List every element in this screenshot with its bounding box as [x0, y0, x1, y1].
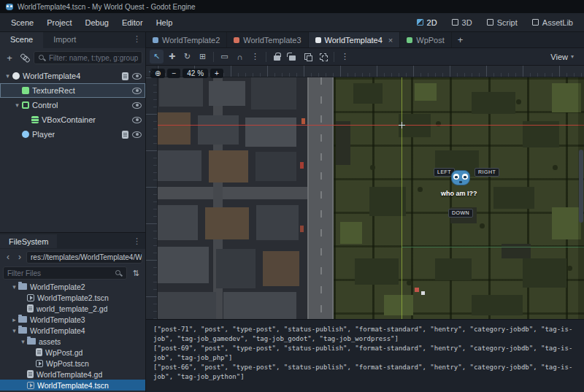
sort-files-icon[interactable]: ⇅ [129, 266, 142, 280]
viewport[interactable]: LEFT RIGHT who am I?? DOWN ⊹ ⊕ − 42 % + [146, 66, 584, 319]
map-block [256, 152, 296, 181]
zoom-out-button[interactable]: − [167, 69, 180, 78]
node-label: Control [32, 101, 58, 109]
scene-icon [27, 294, 34, 301]
file-worldtemplate3[interactable]: ▸WorldTemplate3 [0, 314, 145, 325]
map-block [223, 292, 296, 319]
filesystem-menu-icon[interactable]: ⋮ [128, 234, 145, 248]
file-label: WorldTemplate4.tscn [37, 381, 109, 390]
lock-object-icon[interactable] [270, 50, 284, 64]
workspace-3d[interactable]: 3D [445, 16, 479, 29]
select-tool-icon[interactable]: ↖ [150, 50, 164, 64]
ruler-tool-icon[interactable]: ▭ [218, 50, 231, 64]
menu-help[interactable]: Help [150, 16, 180, 29]
visibility-eye-icon[interactable] [132, 102, 142, 109]
filesystem-filter-input[interactable] [7, 269, 112, 277]
move-tool-icon[interactable]: ✚ [165, 50, 179, 64]
view-menu-button[interactable]: View ▾ [544, 51, 580, 63]
scene-filter-input[interactable] [49, 54, 138, 62]
instance-scene-button[interactable] [18, 51, 31, 64]
canvas-2d[interactable]: LEFT RIGHT who am I?? DOWN [158, 77, 584, 319]
scene-node-vboxcontainer[interactable]: VBoxContainer [0, 112, 145, 127]
snap-toggle-icon[interactable]: ∩ [233, 50, 247, 64]
new-scene-tab-button[interactable]: + [452, 32, 469, 47]
3d-icon [452, 19, 458, 26]
rotate-tool-icon[interactable]: ↻ [180, 50, 194, 64]
file-worldtemplate4[interactable]: ▾WorldTemplate4 [0, 325, 145, 336]
game-down-button[interactable]: DOWN [448, 209, 473, 218]
scene-tab-wppost[interactable]: WpPost [400, 32, 452, 47]
file-label: WpPost.tscn [46, 359, 89, 368]
godot-sprite[interactable] [451, 170, 470, 185]
menu-debug[interactable]: Debug [78, 16, 115, 29]
visibility-eye-icon[interactable] [132, 88, 142, 94]
menu-editor[interactable]: Editor [115, 16, 150, 29]
center-view-button[interactable]: ⊕ [150, 69, 165, 78]
history-back-icon[interactable]: ‹ [3, 252, 13, 262]
vbox-node-icon [31, 116, 39, 123]
visibility-eye-icon[interactable] [132, 73, 142, 80]
tab-scene[interactable]: Scene [0, 32, 43, 48]
scene-node-player[interactable]: Player [0, 127, 145, 142]
scene-tab-worldtemplate2[interactable]: WorldTemplate2 [146, 32, 227, 47]
workspace-label: 3D [462, 18, 472, 27]
file-label: WorldTemplate2.tscn [37, 293, 109, 302]
add-node-button[interactable]: + [3, 51, 16, 64]
dock-menu-icon[interactable]: ⋮ [128, 32, 145, 48]
file-worldtemplate2.tscn[interactable]: WorldTemplate2.tscn [0, 292, 145, 303]
expander-icon[interactable]: ▾ [10, 283, 18, 291]
file-worldtemplate4.tscn[interactable]: WorldTemplate4.tscn [0, 380, 145, 391]
main-area: WorldTemplate2WorldTemplate3WorldTemplat… [146, 32, 584, 392]
file-assets[interactable]: ▾assets [0, 336, 145, 347]
unlock-object-icon[interactable] [285, 50, 299, 64]
snap-options-menu-icon[interactable]: ⋮ [248, 50, 262, 64]
expander-icon[interactable]: ▸ [10, 316, 18, 323]
workspace-assetlib[interactable]: AssetLib [526, 16, 580, 29]
viewport-scrollbar[interactable] [578, 77, 584, 319]
group-object-icon[interactable] [301, 50, 315, 64]
tab-filesystem[interactable]: FileSystem [0, 234, 57, 248]
scene-node-worldtemplate4[interactable]: ▾WorldTemplate4 [0, 69, 145, 83]
ruler-vertical[interactable] [146, 77, 158, 319]
file-worldtemplate2[interactable]: ▾WorldTemplate2 [0, 281, 145, 292]
current-path-field[interactable]: res://templates/WorldTemplate4/Wo [26, 251, 142, 264]
workspace-2d[interactable]: 2D [410, 16, 444, 29]
file-wppost.gd[interactable]: WpPost.gd [0, 347, 145, 358]
file-wppost.tscn[interactable]: WpPost.tscn [0, 358, 145, 369]
workspace-script[interactable]: Script [480, 16, 524, 29]
scene-tab-worldtemplate3[interactable]: WorldTemplate3 [227, 32, 308, 47]
scene-node-control[interactable]: ▾Control [0, 98, 145, 112]
folder-icon [27, 338, 36, 345]
script-icon[interactable] [122, 131, 128, 139]
node-label: WorldTemplate4 [23, 72, 80, 80]
ungroup-object-icon[interactable] [316, 50, 330, 64]
scene-node-texturerect[interactable]: TextureRect [0, 83, 145, 98]
scrollbar-thumb[interactable] [579, 150, 583, 222]
scene-tab-worldtemplate4[interactable]: WorldTemplate4× [309, 32, 401, 47]
menu-project[interactable]: Project [40, 16, 78, 29]
history-forward-icon[interactable]: › [15, 252, 25, 262]
expander-icon[interactable]: ▾ [10, 327, 18, 334]
zoom-in-button[interactable]: + [210, 69, 223, 78]
file-worldtemplate4.gd[interactable]: WorldTemplate4.gd [0, 369, 145, 380]
map-block [263, 251, 299, 286]
visibility-eye-icon[interactable] [132, 131, 142, 138]
menu-scene[interactable]: Scene [4, 16, 40, 29]
title-bar: WorldTemplate4.tscn - My World Quest - G… [0, 0, 584, 13]
visibility-eye-icon[interactable] [132, 117, 142, 123]
skeleton-options-menu-icon[interactable]: ⋮ [338, 50, 352, 64]
file-world_template_2.gd[interactable]: world_template_2.gd [0, 303, 145, 314]
close-icon[interactable]: × [388, 36, 393, 45]
script-icon[interactable] [122, 72, 128, 80]
godot-logo-icon [6, 4, 13, 10]
expander-icon[interactable]: ▾ [3, 72, 12, 80]
expander-icon[interactable]: ▾ [12, 101, 22, 109]
tab-import[interactable]: Import [43, 32, 86, 48]
scale-tool-icon[interactable]: ⊞ [196, 50, 210, 64]
map-block [369, 187, 406, 216]
zoom-level-button[interactable]: 42 % [182, 69, 208, 78]
filesystem-nav: ‹ › res://templates/WorldTemplate4/Wo [0, 249, 145, 265]
expander-icon[interactable]: ▾ [19, 338, 27, 345]
game-right-button[interactable]: RIGHT [474, 168, 499, 177]
chevron-down-icon: ▾ [571, 53, 574, 60]
